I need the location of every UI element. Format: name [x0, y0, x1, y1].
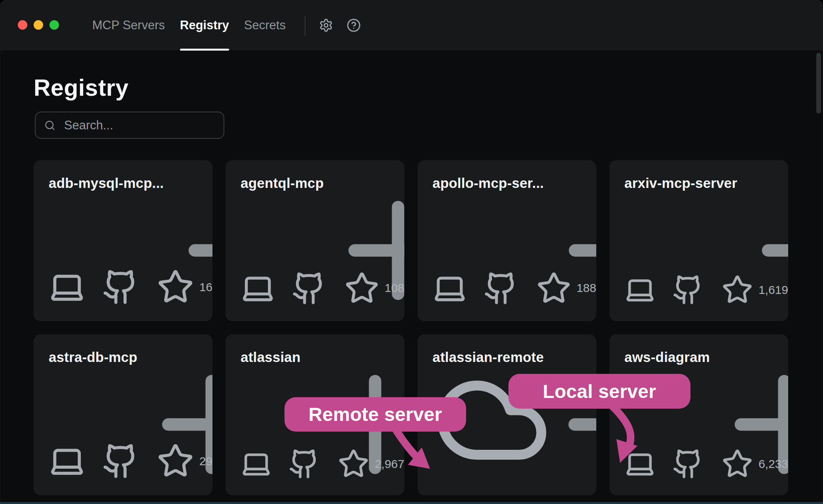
github-icon	[672, 448, 704, 479]
star-count: 6,233	[759, 457, 788, 471]
server-card-astra-db-mcp[interactable]: astra-db-mcp Model Context Protocolserve…	[34, 334, 212, 495]
github-icon	[484, 271, 518, 305]
github-icon	[292, 271, 326, 305]
tab-mcp-servers[interactable]: MCP Servers	[92, 0, 165, 51]
header-divider	[305, 16, 305, 36]
laptop-icon	[241, 448, 272, 479]
star-count: 188	[576, 281, 596, 295]
gear-icon	[319, 18, 333, 32]
star-icon	[157, 443, 194, 479]
tab-registry[interactable]: Registry	[180, 0, 229, 51]
search-icon	[44, 120, 55, 131]
scrollbar-thumb[interactable]	[816, 53, 821, 114]
server-name: astra-db-mcp	[49, 349, 137, 365]
star-count: 29	[199, 455, 212, 468]
github-icon	[672, 274, 704, 305]
star-count: 108	[385, 281, 404, 295]
server-card-arxiv-mcp-server[interactable]: arxiv-mcp-server AI assistants search an…	[609, 160, 788, 321]
github-icon	[102, 443, 139, 479]
tab-secrets[interactable]: Secrets	[244, 0, 286, 51]
app-window: MCP Servers Registry Secrets Registry a	[0, 0, 823, 504]
local-server-callout: Local server	[508, 374, 690, 409]
server-card-adb-mysql-mcp[interactable]: adb-mysql-mcp... Official MCP server for…	[34, 160, 212, 321]
server-name: arxiv-mcp-server	[624, 175, 737, 191]
search-box[interactable]	[35, 112, 224, 139]
remote-server-callout: Remote server	[284, 397, 466, 432]
window-bottom-edge	[0, 502, 823, 504]
server-name: aws-diagram	[624, 349, 710, 365]
server-name: atlassian	[241, 349, 301, 365]
star-icon	[338, 448, 369, 479]
minimize-window-button[interactable]	[34, 20, 43, 30]
server-card-footer: 188	[432, 271, 596, 305]
github-icon	[288, 448, 320, 479]
laptop-icon	[624, 274, 656, 305]
help-icon	[347, 18, 361, 32]
server-name: apollo-mcp-ser...	[432, 175, 544, 191]
zoom-window-button[interactable]	[49, 20, 59, 30]
star-count: 1,619	[759, 283, 788, 297]
page-title: Registry	[34, 74, 129, 101]
search-input[interactable]	[63, 118, 223, 133]
server-name: agentql-mcp	[241, 175, 324, 191]
github-icon	[102, 269, 139, 305]
server-card-footer: 16	[49, 269, 212, 305]
star-count: 2,967	[375, 457, 404, 471]
server-card-apollo-mcp-server[interactable]: apollo-mcp-ser... Exposes GraphQL operat…	[417, 160, 596, 321]
close-window-button[interactable]	[18, 20, 27, 30]
add-server-icon[interactable]	[544, 350, 596, 495]
server-card-footer: 2,967	[241, 448, 404, 479]
laptop-icon	[49, 269, 85, 305]
star-icon	[722, 448, 753, 479]
window-controls	[18, 20, 59, 30]
star-icon	[157, 269, 194, 305]
star-icon	[345, 271, 379, 305]
server-name: adb-mysql-mcp...	[49, 175, 164, 191]
star-icon	[537, 271, 571, 305]
server-card-aws-diagram[interactable]: aws-diagram Generate AWS diagrams,sequen…	[609, 334, 788, 495]
star-count: 16	[199, 280, 212, 294]
server-card-agentql-mcp[interactable]: agentql-mcp Model Context Protocolserver…	[226, 160, 404, 321]
server-card-footer: 6,233	[624, 448, 788, 479]
laptop-icon	[624, 448, 656, 479]
laptop-icon	[241, 271, 275, 305]
registry-grid: adb-mysql-mcp... Official MCP server for…	[34, 160, 788, 495]
settings-button[interactable]	[319, 18, 333, 32]
server-card-footer: 29	[49, 443, 212, 479]
server-card-footer: 108	[241, 271, 404, 305]
titlebar: MCP Servers Registry Secrets	[0, 0, 823, 51]
main-nav: MCP Servers Registry Secrets	[92, 0, 286, 51]
help-button[interactable]	[347, 18, 361, 32]
star-icon	[722, 274, 753, 305]
laptop-icon	[432, 271, 467, 305]
laptop-icon	[49, 443, 85, 479]
server-card-footer: 1,619	[624, 274, 788, 305]
